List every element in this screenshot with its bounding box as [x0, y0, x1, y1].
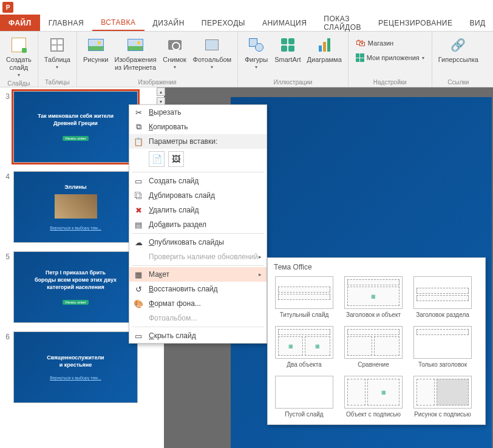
thumbnail-title: Священнослужители и крестьяне [47, 355, 104, 368]
tab-animations[interactable]: АНИМАЦИЯ [254, 15, 315, 31]
group-images-label: Изображения [81, 78, 234, 86]
smartart-icon [281, 38, 294, 52]
thumbnail-number: 3 [4, 91, 13, 101]
thumbnail-title: Так именовали себя жители Древней Греции [38, 113, 114, 127]
group-slides-label: Слайды [4, 79, 34, 87]
section-icon: ▤ [132, 219, 145, 231]
thumbnail-slide-6[interactable]: Священнослужители и крестьяне Вернуться … [13, 331, 138, 403]
layout-icon: ▦ [132, 268, 145, 280]
layout-title-only[interactable]: Только заголовок [412, 326, 473, 368]
layout-title-slide[interactable]: Титульный слайд [274, 276, 335, 319]
thumbnail-slide-3[interactable]: Так именовали себя жители Древней Греции… [13, 91, 138, 163]
smartart-button[interactable]: SmartArt [272, 34, 303, 65]
layout-content-caption[interactable]: ▦ Объект с подписью [343, 376, 404, 418]
screenshot-button[interactable]: Снимок ▾ [160, 34, 189, 71]
ctx-add-section[interactable]: ▤ Добавить раздел [129, 217, 267, 232]
ctx-hide[interactable]: ▭ Скрыть слайд [129, 328, 267, 343]
myapps-label: Мои приложения [367, 54, 420, 61]
reset-icon: ↺ [132, 283, 145, 295]
tab-file[interactable]: ФАЙЛ [0, 15, 40, 31]
delete-icon: ✖ [132, 204, 145, 216]
hyperlink-label: Гиперссылка [438, 56, 478, 64]
cut-icon: ✂ [132, 106, 145, 118]
group-addins-label: Надстройки [352, 78, 428, 86]
layout-picture-caption[interactable]: Рисунок с подписью [412, 376, 473, 418]
smartart-label: SmartArt [274, 56, 301, 64]
separator [132, 265, 264, 266]
layout-submenu: Тема Office Титульный слайд ▦ Заголовок … [267, 257, 486, 425]
context-menu: ✂ Вырезать ⧉ Копировать 📋 Параметры вста… [129, 104, 267, 344]
chevron-down-icon: ▾ [211, 64, 213, 70]
new-slide-icon: ▭ [132, 175, 145, 187]
pictures-button[interactable]: Рисунки [81, 34, 111, 65]
ctx-cut[interactable]: ✂ Вырезать [129, 105, 267, 120]
new-slide-button[interactable]: Создать слайд ▾ [4, 34, 34, 79]
chevron-down-icon: ▾ [255, 64, 257, 70]
tab-view[interactable]: ВИД [461, 15, 493, 31]
thumbnail-image [55, 194, 97, 219]
layout-title-content[interactable]: ▦ Заголовок и объект [343, 276, 404, 319]
layout-comparison[interactable]: Сравнение [343, 326, 404, 368]
duplicate-icon: ⿻ [132, 189, 145, 202]
ctx-duplicate[interactable]: ⿻ Дублировать слайд [129, 188, 267, 203]
thumbnail-slide-5[interactable]: Петр I приказал брить бороды всем кроме … [13, 251, 138, 323]
separator [132, 327, 264, 327]
group-slides: Создать слайд ▾ Слайды [0, 32, 38, 87]
thumbnail-slide-4[interactable]: Эллины Вернуться к выбору тем... [13, 171, 138, 243]
tab-slideshow[interactable]: ПОКАЗ СЛАЙДОВ [315, 15, 370, 31]
table-label: Таблица [44, 56, 70, 64]
ctx-paste-header: 📋 Параметры вставки: [129, 134, 267, 149]
ctx-delete[interactable]: ✖ Удалить слайд [129, 203, 267, 217]
chart-button[interactable]: Диаграмма [305, 34, 344, 65]
ctx-check-updates: Проверить наличие обновлений ▸ [129, 249, 267, 264]
thumbnail-subtitle: Вернуться к выбору тем... [50, 376, 101, 380]
table-button[interactable]: Таблица ▾ [42, 34, 73, 71]
group-addins: 🛍 Магазин Мои приложения ▾ Надстройки [348, 32, 432, 87]
ctx-paste-options: 📄 🖼 [129, 149, 267, 171]
layout-grid: Титульный слайд ▦ Заголовок и объект Заг… [274, 276, 479, 418]
tab-home[interactable]: ГЛАВНАЯ [40, 15, 93, 31]
separator [132, 233, 264, 234]
shapes-button[interactable]: Фигуры ▾ [242, 34, 271, 71]
hyperlink-button[interactable]: 🔗 Гиперссылка [436, 34, 481, 65]
separator [132, 172, 264, 172]
online-pictures-label: Изображения из Интернета [114, 56, 156, 72]
online-pictures-button[interactable]: Изображения из Интернета [112, 34, 158, 73]
screenshot-label: Снимок [163, 56, 186, 64]
ctx-format-bg[interactable]: 🎨 Формат фона... [129, 296, 267, 311]
group-tables: Таблица ▾ Таблицы [38, 32, 77, 87]
format-bg-icon: 🎨 [132, 297, 145, 310]
layout-section-header[interactable]: Заголовок раздела [412, 276, 473, 319]
store-icon: 🛍 [356, 38, 365, 49]
paste-option-destination-theme[interactable]: 📄 [149, 151, 165, 167]
layout-two-content[interactable]: ▦▦ Два объекта [274, 326, 335, 368]
camera-icon [168, 40, 182, 50]
ribbon: Создать слайд ▾ Слайды Таблица ▾ Таблицы… [0, 32, 493, 87]
store-label: Магазин [368, 39, 393, 47]
ctx-publish[interactable]: ☁ Опубликовать слайды [129, 235, 267, 249]
ctx-copy[interactable]: ⧉ Копировать [129, 120, 267, 134]
copy-icon: ⧉ [132, 121, 145, 133]
chevron-right-icon: ▸ [259, 271, 262, 277]
new-slide-icon [12, 38, 26, 52]
tab-review[interactable]: РЕЦЕНЗИРОВАНИЕ [370, 15, 461, 31]
myapps-button[interactable]: Мои приложения ▾ [353, 52, 427, 63]
group-links-label: Ссылки [436, 78, 481, 86]
photoalbum-button[interactable]: Фотоальбом ▾ [191, 34, 234, 71]
ctx-reset[interactable]: ↺ Восстановить слайд [129, 282, 267, 296]
paste-option-picture[interactable]: 🖼 [168, 151, 184, 167]
table-icon [50, 38, 64, 52]
store-button[interactable]: 🛍 Магазин [353, 36, 427, 50]
group-illustrations: Фигуры ▾ SmartArt Диаграмма Иллюстрации [238, 32, 348, 87]
ctx-new-slide[interactable]: ▭ Создать слайд [129, 174, 267, 188]
scroll-up-icon[interactable]: ▴ [157, 87, 164, 96]
paste-icon: 📋 [132, 135, 145, 148]
tab-insert[interactable]: ВСТАВКА [92, 15, 144, 31]
tab-transitions[interactable]: ПЕРЕХОДЫ [193, 15, 254, 31]
ctx-layout[interactable]: ▦ Макет ▸ [129, 267, 267, 282]
thumbnail-number: 4 [4, 171, 13, 181]
tab-design[interactable]: ДИЗАЙН [144, 15, 193, 31]
thumbnail-title: Петр I приказал брить бороды всем кроме … [35, 270, 117, 291]
chart-icon [319, 38, 330, 52]
layout-blank[interactable]: Пустой слайд [274, 376, 335, 418]
